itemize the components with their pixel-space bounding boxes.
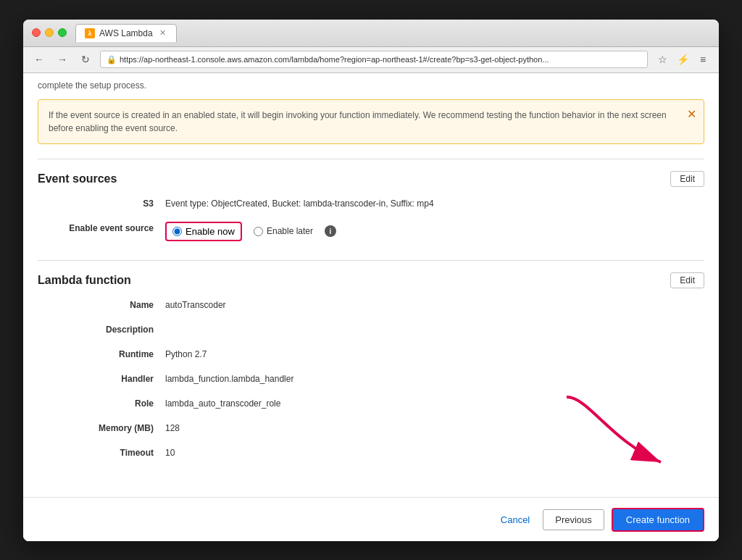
role-label: Role — [38, 397, 154, 409]
info-icon[interactable]: i — [325, 225, 336, 237]
memory-value: 128 — [165, 422, 180, 433]
content-area: complete the setup process. If the event… — [23, 73, 719, 497]
top-notice: complete the setup process. — [38, 73, 704, 99]
nav-bar: ← → ↻ 🔒 https://ap-northeast-1.console.a… — [23, 47, 719, 73]
name-row: Name autoTranscoder — [38, 298, 704, 316]
radio-group: Enable now Enable later i — [165, 222, 336, 241]
handler-label: Handler — [38, 372, 154, 384]
memory-label: Memory (MB) — [38, 422, 154, 433]
cancel-button[interactable]: Cancel — [495, 510, 535, 530]
browser-window: λ AWS Lambda ✕ ← → ↻ 🔒 https://ap-northe… — [23, 20, 719, 541]
s3-value: Event type: ObjectCreated, Bucket: lambd… — [165, 197, 434, 209]
page-content: complete the setup process. If the event… — [23, 73, 719, 541]
memory-row: Memory (MB) 128 — [38, 422, 704, 439]
enable-event-source-row: Enable event source Enable now Enable la… — [38, 222, 704, 241]
timeout-row: Timeout 10 — [38, 446, 704, 464]
bookmark-button[interactable]: ☆ — [654, 51, 671, 68]
create-function-button[interactable]: Create function — [612, 508, 704, 532]
enable-later-label: Enable later — [267, 226, 313, 236]
traffic-lights — [32, 28, 67, 37]
role-row: Role lambda_auto_transcoder_role — [38, 397, 704, 414]
name-label: Name — [38, 298, 154, 310]
description-label: Description — [38, 323, 154, 335]
warning-text: If the event source is created in an ena… — [49, 110, 667, 133]
runtime-row: Runtime Python 2.7 — [38, 348, 704, 365]
handler-row: Handler lambda_function.lambda_handler — [38, 372, 704, 390]
minimize-button[interactable] — [45, 28, 54, 37]
previous-button[interactable]: Previous — [543, 509, 604, 530]
reload-button[interactable]: ↻ — [77, 51, 94, 68]
timeout-label: Timeout — [38, 446, 154, 458]
nav-actions: ☆ ⚡ ≡ — [654, 51, 712, 68]
warning-close-button[interactable]: ✕ — [687, 106, 696, 123]
event-sources-section: Event sources Edit S3 Event type: Object… — [38, 159, 704, 260]
s3-label: S3 — [38, 197, 154, 209]
handler-value: lambda_function.lambda_handler — [165, 372, 293, 384]
enable-event-source-label: Enable event source — [38, 222, 154, 233]
enable-now-radio[interactable] — [172, 227, 182, 236]
description-row: Description — [38, 323, 704, 340]
event-sources-edit-button[interactable]: Edit — [670, 171, 704, 187]
timeout-value: 10 — [165, 446, 175, 458]
url-bar[interactable]: 🔒 https://ap-northeast-1.console.aws.ama… — [100, 51, 648, 68]
enable-now-highlight: Enable now — [165, 222, 242, 241]
enable-later-radio[interactable] — [254, 227, 263, 236]
tab-favicon: λ — [85, 28, 95, 38]
back-button[interactable]: ← — [30, 51, 48, 68]
warning-banner: If the event source is created in an ena… — [38, 99, 704, 144]
s3-row: S3 Event type: ObjectCreated, Bucket: la… — [38, 197, 704, 214]
enable-later-option: Enable later — [254, 226, 313, 236]
tab-title: AWS Lambda — [99, 28, 153, 38]
action-bar: Cancel Previous Create function — [23, 497, 719, 541]
lambda-function-title: Lambda function — [38, 274, 131, 287]
tab-close-button[interactable]: ✕ — [157, 28, 167, 38]
lambda-function-section: Lambda function Edit Name autoTranscoder… — [38, 260, 704, 482]
tab-bar: λ AWS Lambda ✕ — [75, 24, 710, 42]
lambda-function-header: Lambda function Edit — [38, 272, 704, 288]
runtime-label: Runtime — [38, 348, 154, 359]
enable-now-label: Enable now — [186, 226, 235, 237]
menu-button[interactable]: ≡ — [694, 51, 712, 68]
url-text: https://ap-northeast-1.console.aws.amazo… — [120, 55, 549, 64]
lambda-function-edit-button[interactable]: Edit — [670, 272, 704, 288]
forward-button[interactable]: → — [54, 51, 71, 68]
runtime-value: Python 2.7 — [165, 348, 207, 359]
page-body: complete the setup process. If the event… — [23, 73, 719, 541]
close-button[interactable] — [32, 28, 41, 37]
title-bar: λ AWS Lambda ✕ — [23, 20, 719, 47]
maximize-button[interactable] — [58, 28, 67, 37]
lock-icon: 🔒 — [107, 55, 117, 64]
browser-tab[interactable]: λ AWS Lambda ✕ — [75, 24, 177, 42]
event-sources-header: Event sources Edit — [38, 171, 704, 187]
extensions-button[interactable]: ⚡ — [674, 51, 691, 68]
role-value: lambda_auto_transcoder_role — [165, 397, 280, 409]
name-value: autoTranscoder — [165, 298, 226, 310]
event-sources-title: Event sources — [38, 172, 117, 185]
